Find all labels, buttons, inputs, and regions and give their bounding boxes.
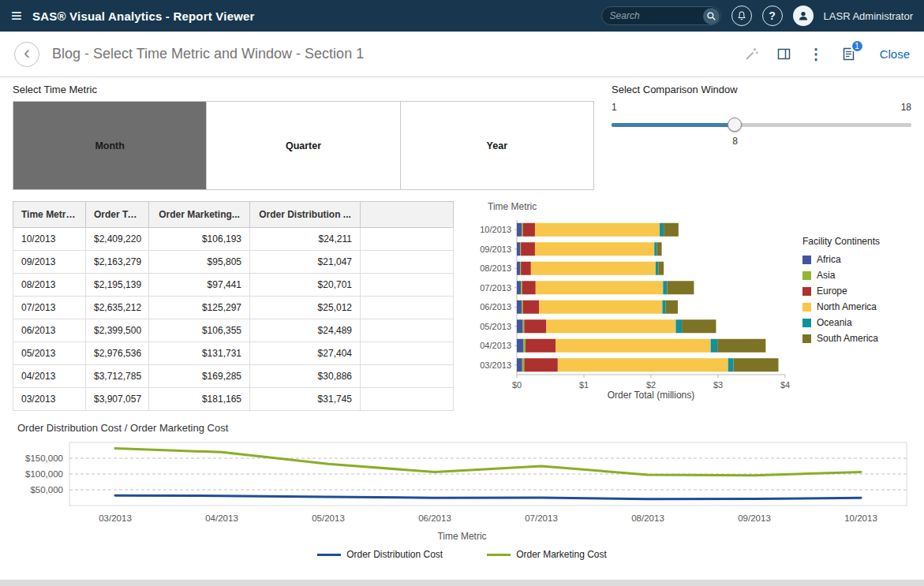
table-cell[interactable]: $2,399,500 xyxy=(86,319,149,342)
bar-segment-north-america[interactable] xyxy=(539,300,662,314)
bar-segment-europe[interactable] xyxy=(526,339,556,353)
table-cell[interactable]: $3,712,785 xyxy=(86,365,149,388)
table-cell[interactable]: $169,285 xyxy=(149,365,250,388)
line-legend-item-order-distribution-cost[interactable]: Order Distribution Cost xyxy=(317,549,443,560)
bar-segment-asia[interactable] xyxy=(523,319,525,333)
bar-segment-europe[interactable] xyxy=(521,262,531,275)
back-button[interactable]: ‹ xyxy=(14,42,39,67)
bar-segment-south-america[interactable] xyxy=(667,281,694,294)
table-cell[interactable]: 05/2013 xyxy=(13,342,86,365)
help-icon[interactable]: ? xyxy=(762,6,783,26)
table-cell[interactable]: $2,976,536 xyxy=(86,342,149,365)
comments-icon[interactable]: 1 xyxy=(841,47,856,62)
bar-segment-north-america[interactable] xyxy=(535,223,660,237)
slider-handle[interactable] xyxy=(728,118,742,132)
table-cell[interactable]: 04/2013 xyxy=(13,365,86,388)
bar-segment-oceania[interactable] xyxy=(654,242,657,256)
bar-segment-oceania[interactable] xyxy=(675,319,682,333)
bar-segment-europe[interactable] xyxy=(522,281,536,294)
legend-item-europe[interactable]: Europe xyxy=(802,286,880,297)
search-input[interactable] xyxy=(610,10,703,21)
bar-segment-north-america[interactable] xyxy=(558,358,728,371)
table-cell[interactable]: $2,195,139 xyxy=(86,274,149,297)
user-avatar-icon[interactable] xyxy=(793,6,814,26)
bottom-scrollbar[interactable] xyxy=(0,580,924,586)
close-button[interactable]: Close xyxy=(880,47,910,61)
bar-segment-asia[interactable] xyxy=(522,300,523,314)
table-cell[interactable]: $3,907,057 xyxy=(86,388,149,411)
table-cell[interactable]: $106,193 xyxy=(149,228,250,251)
table-cell[interactable]: 08/2013 xyxy=(13,274,86,297)
bar-segment-south-america[interactable] xyxy=(666,300,678,314)
table-cell[interactable]: $181,165 xyxy=(149,388,250,411)
table-cell[interactable]: $30,886 xyxy=(250,365,361,388)
table-cell[interactable]: $2,409,220 xyxy=(86,228,149,251)
table-cell[interactable]: $2,163,279 xyxy=(86,251,149,274)
legend-item-north-america[interactable]: North America xyxy=(802,301,880,312)
bar-segment-europe[interactable] xyxy=(524,319,546,333)
table-cell[interactable]: $97,441 xyxy=(149,274,250,297)
time-metric-button-month[interactable]: Month xyxy=(13,102,207,189)
time-metric-button-quarter[interactable]: Quarter xyxy=(207,102,400,189)
bar-segment-oceania[interactable] xyxy=(662,300,665,314)
bar-segment-africa[interactable] xyxy=(517,242,520,256)
table-cell[interactable]: $125,297 xyxy=(149,297,250,319)
bar-segment-africa[interactable] xyxy=(517,223,522,237)
bar-segment-africa[interactable] xyxy=(517,319,523,333)
bar-segment-south-america[interactable] xyxy=(664,223,679,237)
notifications-bell-icon[interactable] xyxy=(731,6,752,26)
table-cell[interactable]: $24,211 xyxy=(250,228,361,251)
bar-segment-africa[interactable] xyxy=(517,281,521,294)
slider-track[interactable]: 8 xyxy=(612,123,911,127)
panel-toggle-icon[interactable] xyxy=(776,47,791,62)
table-cell[interactable]: $27,404 xyxy=(250,342,361,365)
bar-segment-europe[interactable] xyxy=(523,223,535,237)
bar-segment-south-america[interactable] xyxy=(682,319,716,333)
table-cell[interactable]: $20,701 xyxy=(250,274,361,297)
table-cell[interactable]: $95,805 xyxy=(149,251,250,274)
bar-segment-asia[interactable] xyxy=(521,281,522,294)
legend-item-asia[interactable]: Asia xyxy=(802,270,880,281)
table-cell[interactable]: $131,731 xyxy=(149,342,250,365)
line-chart-container[interactable]: Order Distribution Cost / Order Marketin… xyxy=(13,422,911,560)
bar-segment-north-america[interactable] xyxy=(546,319,675,333)
bar-segment-europe[interactable] xyxy=(524,358,558,371)
bar-segment-south-america[interactable] xyxy=(658,262,664,275)
stacked-bar-chart[interactable]: Time Metric 10/201309/201308/201307/2013… xyxy=(471,201,880,411)
column-header-order-total[interactable]: Order Total xyxy=(86,202,149,228)
table-cell[interactable]: $25,012 xyxy=(250,297,361,319)
bar-segment-asia[interactable] xyxy=(522,358,525,371)
table-cell[interactable]: 09/2013 xyxy=(13,251,86,274)
legend-item-africa[interactable]: Africa xyxy=(802,254,880,265)
bar-segment-europe[interactable] xyxy=(523,300,539,314)
table-cell[interactable]: 03/2013 xyxy=(13,388,86,411)
menu-icon[interactable]: ≡ xyxy=(11,6,22,25)
clear-filter-wand-icon[interactable] xyxy=(744,47,759,62)
bar-segment-north-america[interactable] xyxy=(556,339,710,353)
bar-chart-plot[interactable]: 10/201309/201308/201307/201306/201305/20… xyxy=(471,212,795,405)
table-cell[interactable]: $21,047 xyxy=(250,251,361,274)
table-cell[interactable]: $106,355 xyxy=(149,319,250,342)
kebab-menu-icon[interactable]: ⋮ xyxy=(809,47,824,62)
bar-segment-south-america[interactable] xyxy=(717,339,765,353)
bar-segment-africa[interactable] xyxy=(517,262,520,275)
bar-segment-oceania[interactable] xyxy=(663,281,667,294)
bar-segment-north-america[interactable] xyxy=(535,242,654,256)
search-box[interactable] xyxy=(601,6,721,25)
bar-segment-asia[interactable] xyxy=(524,339,526,353)
line-series-order-marketing-cost[interactable] xyxy=(115,449,861,476)
legend-item-oceania[interactable]: Oceania xyxy=(802,317,880,328)
bar-segment-asia[interactable] xyxy=(520,242,521,256)
line-series-order-distribution-cost[interactable] xyxy=(115,495,861,498)
bar-segment-oceania[interactable] xyxy=(728,358,734,371)
table-cell[interactable]: 06/2013 xyxy=(13,319,86,342)
bar-segment-south-america[interactable] xyxy=(734,358,779,371)
bar-segment-asia[interactable] xyxy=(522,223,523,237)
bar-segment-asia[interactable] xyxy=(520,262,521,275)
column-header-order-distribution-[interactable]: Order Distribution ... xyxy=(250,202,361,228)
bar-segment-europe[interactable] xyxy=(521,242,535,256)
line-chart-plot[interactable]: $50,000$100,000$150,00003/201304/201305/… xyxy=(13,438,911,529)
line-legend-item-order-marketing-cost[interactable]: Order Marketing Cost xyxy=(487,549,607,560)
bar-segment-africa[interactable] xyxy=(517,300,522,314)
table-cell[interactable]: 10/2013 xyxy=(13,228,86,251)
